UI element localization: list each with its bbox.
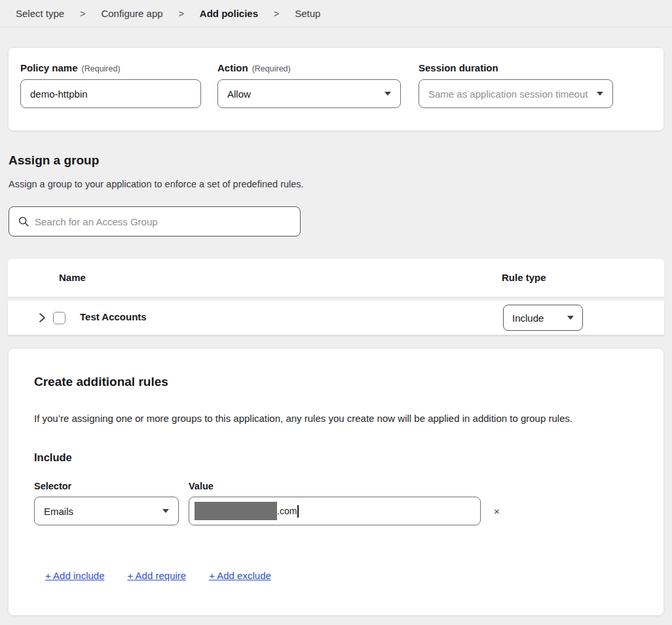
action-select-value: Allow <box>227 88 251 100</box>
policy-name-field-group: Policy name (Required) <box>20 62 201 130</box>
text-cursor <box>297 505 299 518</box>
breadcrumb-add-policies[interactable]: Add policies <box>200 8 258 19</box>
chevron-down-icon <box>162 509 169 513</box>
remove-rule-button[interactable]: × <box>494 506 500 516</box>
session-duration-field-group: Session duration Same as application ses… <box>419 62 613 130</box>
breadcrumb-setup[interactable]: Setup <box>295 8 320 19</box>
selector-select-value: Emails <box>44 506 73 517</box>
rule-type-select-value: Include <box>512 312 544 324</box>
action-required-hint: (Required) <box>252 64 291 73</box>
selector-select[interactable]: Emails <box>34 497 179 525</box>
rule-value-visible-text: .com <box>277 506 297 516</box>
breadcrumb: Select type > Configure app > Add polici… <box>0 0 672 28</box>
policy-name-label: Policy name <box>20 62 78 73</box>
row-checkbox[interactable] <box>53 312 65 324</box>
policy-name-required-hint: (Required) <box>82 64 121 73</box>
chevron-down-icon <box>384 92 391 96</box>
breadcrumb-separator: > <box>179 9 184 19</box>
redacted-value <box>195 502 277 520</box>
selector-label: Selector <box>34 481 189 491</box>
policy-name-input-wrapper <box>20 79 201 108</box>
breadcrumb-separator: > <box>274 9 279 19</box>
table-row: Test Accounts Include <box>8 301 664 335</box>
breadcrumb-separator: > <box>80 9 85 19</box>
action-label: Action <box>217 62 248 73</box>
include-heading: Include <box>34 451 638 464</box>
policy-name-input[interactable] <box>30 88 191 100</box>
assign-group-description: Assign a group to your application to en… <box>9 179 663 189</box>
session-duration-select-value: Same as application session timeout <box>428 88 588 100</box>
column-header-rule-type: Rule type <box>502 272 546 283</box>
additional-rules-card: Create additional rules If you’re assign… <box>8 348 664 616</box>
additional-rules-description: If you’re assigning one or more groups t… <box>34 413 638 424</box>
add-include-link[interactable]: + Add include <box>45 570 105 581</box>
search-icon <box>18 216 29 227</box>
search-input-placeholder: Search for an Access Group <box>35 216 158 227</box>
action-field-group: Action (Required) Allow <box>217 62 401 130</box>
column-header-name: Name <box>59 272 86 283</box>
session-duration-select[interactable]: Same as application session timeout <box>419 79 613 108</box>
assign-group-title: Assign a group <box>9 153 663 168</box>
rule-controls-row: Emails .com × <box>34 497 638 525</box>
add-exclude-link[interactable]: + Add exclude <box>209 570 271 581</box>
chevron-down-icon <box>597 92 603 96</box>
group-name: Test Accounts <box>80 311 147 322</box>
additional-rules-title: Create additional rules <box>34 375 638 389</box>
policy-settings-card: Policy name (Required) Action (Required)… <box>8 47 664 131</box>
breadcrumb-configure-app[interactable]: Configure app <box>101 8 162 19</box>
access-group-search[interactable]: Search for an Access Group <box>9 206 301 237</box>
breadcrumb-select-type[interactable]: Select type <box>16 8 64 19</box>
rule-value-input[interactable]: .com <box>189 497 481 525</box>
add-require-link[interactable]: + Add require <box>128 570 187 581</box>
action-select[interactable]: Allow <box>217 79 401 108</box>
groups-table: Name Rule type Test Accounts Include <box>8 259 664 335</box>
chevron-down-icon <box>567 316 574 320</box>
add-rule-links: + Add include + Add require + Add exclud… <box>45 570 638 581</box>
chevron-right-icon[interactable] <box>37 312 47 324</box>
session-duration-label: Session duration <box>419 62 498 73</box>
assign-group-section: Assign a group Assign a group to your ap… <box>9 153 663 237</box>
table-header-row: Name Rule type <box>8 259 664 297</box>
rule-type-select[interactable]: Include <box>503 305 583 331</box>
value-label: Value <box>189 481 214 491</box>
rule-labels-row: Selector Value <box>34 481 638 491</box>
